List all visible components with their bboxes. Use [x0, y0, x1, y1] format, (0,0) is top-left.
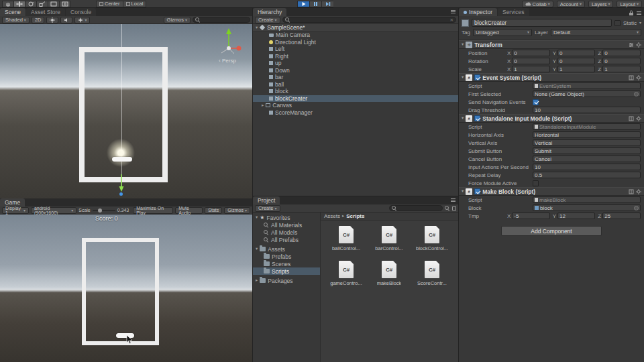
- event-system-enabled-checkbox[interactable]: [474, 74, 480, 80]
- audio-toggle-button[interactable]: [60, 17, 72, 23]
- hierarchy-item-block[interactable]: block: [253, 88, 458, 95]
- submit-button-field[interactable]: Submit: [533, 147, 641, 154]
- reference-icon[interactable]: [629, 75, 634, 80]
- event-system-component-header[interactable]: ▾ # Event System (Script): [459, 73, 644, 82]
- cancel-button-field[interactable]: Cancel: [533, 156, 641, 162]
- hierarchy-item-up[interactable]: up: [253, 60, 458, 67]
- object-picker-icon[interactable]: [634, 206, 639, 210]
- scale-slider[interactable]: [93, 210, 115, 211]
- collapse-icon[interactable]: ▾: [462, 42, 464, 47]
- shading-mode-dropdown[interactable]: Shaded ▾: [2, 17, 30, 23]
- display-dropdown[interactable]: Display 1▾: [2, 207, 29, 214]
- gear-icon[interactable]: [636, 75, 641, 80]
- gear-icon[interactable]: [636, 116, 641, 121]
- tab-hierarchy[interactable]: Hierarchy: [253, 8, 286, 16]
- file-blockcontrol[interactable]: C# blockControl...: [411, 226, 453, 261]
- collapse-icon[interactable]: ▾: [462, 189, 464, 194]
- pause-button[interactable]: [309, 1, 321, 7]
- gameobject-icon[interactable]: [462, 19, 469, 27]
- position-y-field[interactable]: 0: [557, 50, 595, 56]
- panel-menu-icon[interactable]: [451, 10, 455, 13]
- sim-script-field[interactable]: StandaloneInputModule: [533, 123, 641, 130]
- file-makeblock[interactable]: C# makeBlock: [368, 261, 411, 296]
- hierarchy-item-down[interactable]: Down: [253, 67, 458, 74]
- file-scorecontrol[interactable]: C# ScoreContr...: [411, 261, 453, 296]
- play-button[interactable]: [297, 1, 309, 7]
- favorite-all-materials[interactable]: All Materials: [253, 221, 320, 229]
- gear-icon[interactable]: [636, 42, 641, 48]
- folder-scripts[interactable]: Scripts: [253, 267, 320, 275]
- vertical-axis-field[interactable]: Vertical: [533, 139, 641, 146]
- mb-script-field[interactable]: makeBlock: [533, 196, 641, 203]
- tab-project[interactable]: Project: [253, 196, 280, 204]
- standalone-input-component-header[interactable]: ▾ # Standalone Input Module (Script): [459, 114, 644, 123]
- hierarchy-create-dropdown[interactable]: Create▾: [255, 17, 280, 23]
- tab-inspector[interactable]: Inspector: [459, 8, 497, 16]
- favorite-all-prefabs[interactable]: All Prefabs: [253, 236, 320, 243]
- reference-icon[interactable]: [629, 116, 634, 121]
- move-tool-button[interactable]: [13, 1, 25, 7]
- hierarchy-item-canvas[interactable]: ▸ Canvas: [253, 102, 458, 109]
- move-gizmo-z-handle[interactable]: [119, 192, 123, 196]
- hierarchy-item-ball[interactable]: ball: [253, 81, 458, 88]
- object-name-field[interactable]: blockCreater: [472, 19, 612, 27]
- hierarchy-item-blockcreater[interactable]: blockCreater: [253, 95, 458, 103]
- layout-dropdown[interactable]: Layout ▾: [616, 1, 642, 7]
- expand-icon[interactable]: ▸: [262, 103, 264, 108]
- expand-icon[interactable]: ▸: [256, 278, 258, 283]
- scene-viewport[interactable]: ‹ Persp: [0, 24, 252, 198]
- hierarchy-item-scoremanager[interactable]: ScoreManager: [253, 109, 458, 117]
- 2d-toggle-button[interactable]: 2D: [32, 17, 45, 23]
- mute-audio-button[interactable]: Mute Audio: [175, 207, 203, 214]
- step-button[interactable]: [321, 1, 333, 7]
- panel-menu-icon[interactable]: [637, 11, 641, 15]
- collapse-icon[interactable]: ▾: [462, 75, 464, 80]
- scale-slider-knob[interactable]: [98, 208, 102, 213]
- tab-services[interactable]: Services: [498, 8, 529, 16]
- project-create-dropdown[interactable]: Create▾: [255, 205, 280, 212]
- presets-icon[interactable]: [629, 42, 634, 48]
- scale-tool-button[interactable]: [36, 1, 48, 7]
- rotation-y-field[interactable]: 0: [557, 58, 595, 64]
- gizmos-dropdown[interactable]: Gizmos ▾: [164, 17, 191, 23]
- tab-game[interactable]: Game: [0, 198, 25, 206]
- object-picker-icon[interactable]: [634, 92, 639, 97]
- game-gizmos-dropdown[interactable]: Gizmos▾: [224, 207, 250, 214]
- folder-scenes[interactable]: Scenes: [253, 260, 320, 267]
- collapse-icon[interactable]: ▾: [256, 247, 258, 251]
- static-checkbox[interactable]: [614, 20, 621, 26]
- input-actions-field[interactable]: 10: [533, 164, 641, 170]
- drag-threshold-field[interactable]: 10: [533, 107, 641, 113]
- assets-root[interactable]: ▾ Assets: [253, 245, 320, 253]
- position-z-field[interactable]: 0: [602, 50, 641, 56]
- rotate-tool-button[interactable]: [25, 1, 36, 7]
- space-toggle-button[interactable]: Local: [123, 1, 147, 7]
- first-selected-field[interactable]: None (Game Object): [533, 90, 641, 97]
- project-search-input[interactable]: [389, 205, 443, 211]
- tmp-y-field[interactable]: 12: [557, 213, 595, 219]
- file-ballcontrol[interactable]: C# ballControl...: [325, 226, 368, 261]
- tag-dropdown[interactable]: Untagged▾: [473, 29, 532, 36]
- hand-tool-button[interactable]: [2, 1, 13, 7]
- block-object-field[interactable]: block: [533, 204, 641, 211]
- rotation-x-field[interactable]: 0: [512, 58, 549, 64]
- favorites-root[interactable]: ▾ ★ Favorites: [253, 214, 320, 221]
- breadcrumb-current[interactable]: Scripts: [346, 213, 364, 219]
- tmp-x-field[interactable]: -5: [512, 213, 549, 219]
- collapse-icon[interactable]: ▾: [256, 25, 258, 30]
- file-barcontrol[interactable]: C# barControl...: [368, 226, 411, 261]
- reference-icon[interactable]: [629, 189, 634, 194]
- packages-root[interactable]: ▸ Packages: [253, 277, 320, 284]
- hierarchy-item-left[interactable]: Left: [253, 46, 458, 53]
- collab-dropdown[interactable]: Collab ▾: [522, 1, 553, 7]
- persp-mode-button[interactable]: ‹ Persp: [209, 58, 246, 64]
- horizontal-axis-field[interactable]: Horizontal: [533, 131, 641, 138]
- hierarchy-search-input[interactable]: ✕: [282, 17, 456, 23]
- account-dropdown[interactable]: Account ▾: [557, 1, 585, 7]
- repeat-delay-field[interactable]: 0.5: [533, 172, 641, 178]
- force-module-checkbox[interactable]: [533, 180, 539, 186]
- static-dropdown-icon[interactable]: ▾: [639, 21, 641, 25]
- add-component-button[interactable]: Add Component: [501, 226, 602, 236]
- make-block-enabled-checkbox[interactable]: [474, 188, 480, 194]
- effects-dropdown[interactable]: ▾: [74, 17, 90, 23]
